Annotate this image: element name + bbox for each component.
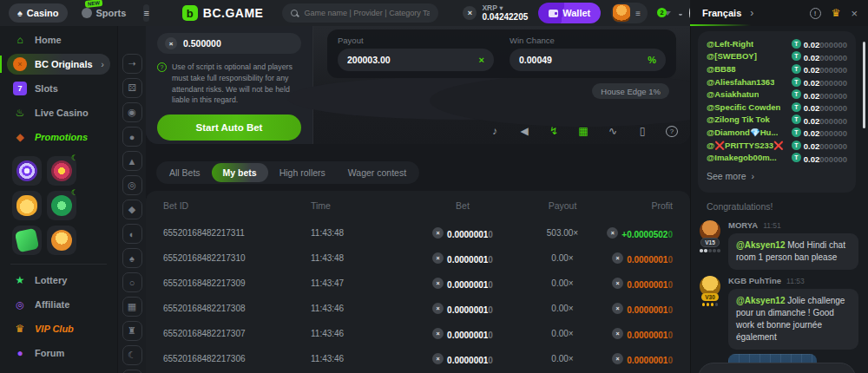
game-scene: Payout × Win Chance % House	[313, 26, 690, 144]
promo-piggy-bank-icon[interactable]	[12, 191, 42, 220]
game-mines-icon[interactable]: ●	[122, 127, 142, 147]
chat-rules-icon[interactable]: !	[810, 8, 821, 19]
game-search[interactable]	[282, 3, 438, 23]
tab-high-rollers[interactable]: High rollers	[268, 163, 337, 182]
chat-room-label[interactable]: Français	[702, 8, 741, 18]
clear-icon[interactable]: ▯	[636, 125, 648, 137]
game-roulette-icon[interactable]: ☾	[122, 345, 142, 365]
winner-username[interactable]: @❌PRITTYS233❌	[707, 141, 784, 150]
help-icon[interactable]: ?	[666, 126, 678, 137]
logo[interactable]: b BC.GAME	[182, 5, 264, 21]
win-chance-input-box[interactable]: %	[510, 49, 666, 71]
sidebar-item-vip-club[interactable]: ♛ VIP Club	[7, 318, 110, 339]
payout-input[interactable]	[347, 55, 479, 65]
tab-all-bets[interactable]: All Bets	[158, 163, 212, 182]
table-row[interactable]: 65520168482217309 11:43:47 × 0.00000010 …	[146, 271, 690, 296]
close-chat-icon[interactable]: ×	[851, 7, 858, 20]
payout-input-box[interactable]: ×	[338, 49, 494, 71]
chat-input[interactable]	[698, 363, 856, 373]
trends-icon[interactable]: ∿	[607, 125, 619, 137]
sidebar-item-live-casino[interactable]: ♨ Live Casino	[7, 102, 110, 123]
table-row[interactable]: 65520168482217306 11:43:46 × 0.00000010 …	[146, 346, 690, 371]
profit-cell: × 0.00000010	[606, 251, 673, 266]
avatar[interactable]	[613, 4, 630, 22]
chat-scrollbar[interactable]	[863, 42, 865, 128]
game-wheel-icon[interactable]: ◐	[122, 224, 142, 244]
promo-roll-wheel-icon[interactable]: ☾	[47, 156, 76, 186]
game-cave-icon[interactable]: ♣	[122, 370, 142, 373]
winner-username[interactable]: @Left-Right	[707, 39, 753, 49]
bet-amount-field[interactable]: ×	[157, 33, 301, 54]
winner-username[interactable]: @Asiakhatun	[707, 89, 759, 99]
promo-gecko-icon[interactable]: ☾	[47, 191, 76, 220]
winner-username[interactable]: @[SWEBOY]	[707, 51, 757, 61]
game-dice-icon[interactable]: ⚄	[122, 78, 142, 98]
game-coinflip-icon[interactable]: ○	[122, 272, 142, 292]
promo-spin-wheel-icon[interactable]	[12, 156, 42, 186]
xrp-coin-icon: ×	[432, 353, 444, 364]
message-username[interactable]: MORYA	[728, 220, 758, 230]
winner-row[interactable]: @Imakegob00m... T 0.02000000	[707, 151, 847, 164]
winner-username[interactable]: @Zilong Tik Tok	[707, 115, 770, 124]
xrp-coin-icon: ×	[165, 37, 177, 49]
profile-list-icon: ≡	[635, 9, 641, 18]
winner-username[interactable]: @Aliesfahan1363	[707, 77, 774, 87]
sidebar-item-slots[interactable]: 7 Slots	[7, 78, 110, 99]
sidebar-item-provably-fair[interactable]: ▩ Provably Fair	[7, 367, 110, 373]
table-row[interactable]: 65520168482217311 11:43:48 × 0.00000010 …	[146, 220, 690, 245]
sidebar-item-promotions[interactable]: ◆ Promotions	[7, 127, 110, 147]
mention[interactable]: @Aksyen12	[736, 296, 785, 305]
promo-coin-drop-icon[interactable]	[47, 226, 76, 255]
profile-menu[interactable]: ≡	[611, 3, 648, 23]
hotkeys-icon[interactable]: ▦	[577, 125, 589, 137]
game-tower-icon[interactable]: ♜	[122, 321, 142, 341]
see-more-button[interactable]: See more ›	[707, 171, 847, 181]
sports-tab[interactable]: Sports NEW	[73, 3, 135, 23]
game-plinko-icon[interactable]: ▲	[122, 151, 142, 171]
music-icon[interactable]: ♪	[489, 125, 501, 137]
game-keno-icon[interactable]: ▦	[122, 297, 142, 317]
winner-username[interactable]: @Diamond💎Hu...	[707, 128, 778, 137]
menu-toggle-button[interactable]: ≡	[143, 4, 148, 22]
game-crash-icon[interactable]: ➝	[122, 54, 142, 74]
balance-selector[interactable]: × XRP ▾ 0.04242205	[463, 4, 528, 22]
game-classic-dice-icon[interactable]: ◉	[122, 102, 142, 122]
game-limbo-icon[interactable]: ◎	[122, 175, 142, 195]
wallet-button[interactable]: Wallet	[538, 3, 601, 23]
tab-wager-contest[interactable]: Wager contest	[337, 163, 418, 182]
sidebar-item-bc-originals[interactable]: × BC Originals ›	[7, 54, 110, 75]
table-row[interactable]: 65520168482217308 11:43:46 × 0.00000010 …	[146, 296, 690, 321]
start-auto-bet-button[interactable]: Start Auto Bet	[157, 115, 301, 141]
disclaimer-text: Use of script is optional and players mu…	[172, 62, 301, 106]
game-hash-dice-icon[interactable]: ◆	[122, 200, 142, 219]
tab-label: Wager contest	[348, 167, 406, 178]
winner-username[interactable]: @Specific Cowden	[707, 102, 780, 112]
sound-icon[interactable]: ◀	[518, 125, 530, 137]
trophy-icon[interactable]: ♛	[832, 7, 841, 19]
sidebar-item-home[interactable]: ⌂ Home	[7, 29, 110, 50]
time-cell: 11:43:48	[311, 253, 406, 263]
bet-id-cell: 65520168482217309	[163, 278, 311, 288]
winner-username[interactable]: @BB88	[707, 64, 736, 74]
promo-cash-tag-icon[interactable]	[12, 226, 42, 255]
sidebar-item-forum[interactable]: ● Forum	[7, 343, 110, 363]
casino-tab[interactable]: ♠ Casino	[9, 3, 68, 23]
bet-amount-input[interactable]	[183, 38, 270, 49]
win-chance-input[interactable]	[519, 55, 648, 65]
search-input[interactable]	[304, 9, 430, 17]
message-username[interactable]: KGB PuhTine	[728, 276, 781, 285]
payout-cell: 0.00×	[519, 304, 606, 313]
turbo-icon[interactable]: ↯	[548, 125, 560, 137]
chat-message: V30 KGB PuhTine 11:53 @Aksyen12 Jolie ch…	[698, 276, 858, 373]
winner-username[interactable]: @Imakegob00m...	[707, 153, 777, 162]
sidebar-item-lottery[interactable]: ★ Lottery	[7, 270, 110, 291]
table-row[interactable]: 65520168482217310 11:43:48 × 0.00000010 …	[146, 245, 690, 271]
table-body: 65520168482217311 11:43:48 × 0.00000010 …	[146, 220, 690, 371]
sidebar-item-affiliate[interactable]: ◎ Affiliate	[7, 294, 110, 315]
table-row[interactable]: 65520168482217307 11:43:46 × 0.00000010 …	[146, 321, 690, 346]
game-hilo-icon[interactable]: ♠	[122, 248, 142, 268]
chevron-right-icon[interactable]: ›	[750, 7, 753, 19]
mention[interactable]: @Aksyen12	[736, 240, 785, 250]
tab-my-bets[interactable]: My bets	[212, 163, 268, 182]
payout-cell: 503.00×	[519, 228, 606, 238]
